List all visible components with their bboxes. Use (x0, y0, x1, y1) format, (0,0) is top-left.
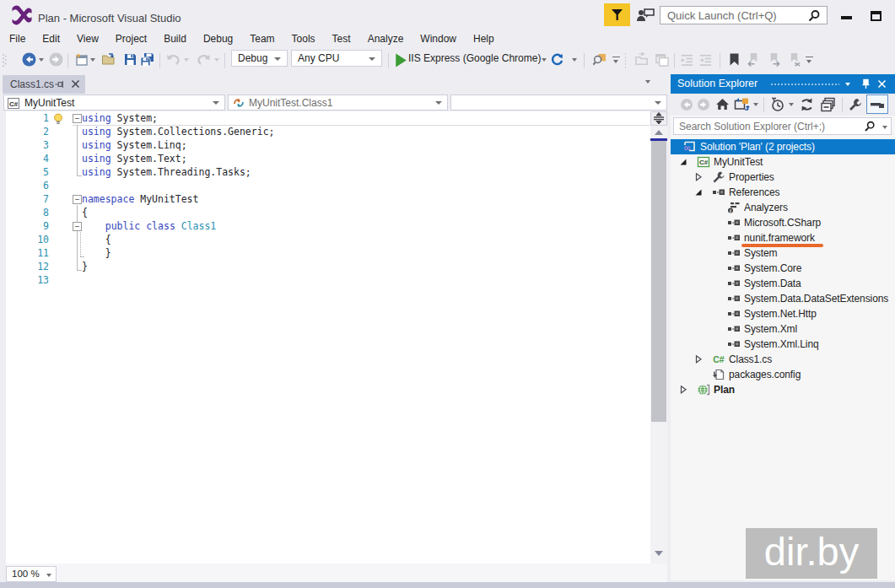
search-options-dropdown[interactable] (882, 126, 887, 129)
scroll-down-arrow[interactable] (655, 551, 663, 556)
menu-item-debug[interactable]: Debug (195, 30, 241, 48)
new-project-dropdown[interactable] (90, 58, 95, 62)
start-debugging-icon[interactable] (394, 53, 408, 67)
toggle-bookmark-icon[interactable] (727, 52, 741, 67)
search-icon[interactable] (864, 121, 876, 132)
line-number: 7 (25, 192, 49, 206)
expander-collapsed-icon[interactable] (694, 355, 703, 364)
tree-item-system-data-datasetextensions[interactable]: System.Data.DataSetExtensions (671, 291, 895, 306)
tree-item-packages-config[interactable]: packages.config (671, 367, 895, 382)
scrollbar-thumb[interactable] (651, 141, 666, 422)
switch-views-icon[interactable] (734, 97, 750, 112)
navigate-forward-icon[interactable] (49, 52, 63, 67)
collapse-region-1[interactable]: − (73, 114, 82, 123)
tree-item-properties[interactable]: Properties (671, 170, 895, 185)
toolbar-overflow-icon[interactable] (806, 60, 811, 63)
pending-changes-filter-icon[interactable] (770, 97, 785, 112)
tree-item-myunittest[interactable]: C#MyUnitTest (671, 154, 895, 170)
document-tab-class1[interactable]: Class1.cs (3, 75, 85, 94)
solution-explorer-search-input[interactable]: Search Solution Explorer (Ctrl+;) (673, 117, 892, 135)
solution-platform-dropdown[interactable]: Any CPU (291, 50, 382, 67)
filter-dropdown[interactable] (789, 103, 794, 106)
pin-panel-icon[interactable] (860, 78, 871, 89)
scroll-up-arrow[interactable] (655, 130, 663, 135)
tree-item-system[interactable]: System (671, 245, 895, 261)
menu-item-build[interactable]: Build (155, 30, 195, 48)
menu-item-analyze[interactable]: Analyze (359, 30, 412, 48)
tree-item-references[interactable]: References (671, 185, 895, 200)
tree-item-class1-cs[interactable]: C#Class1.cs (671, 352, 895, 367)
lightbulb-icon[interactable] (52, 113, 64, 125)
tree-item-system-core[interactable]: System.Core (671, 261, 895, 276)
quick-launch-input[interactable]: Quick Launch (Ctrl+Q) (660, 6, 828, 24)
home-icon[interactable] (715, 97, 730, 111)
document-list-dropdown[interactable] (645, 80, 650, 84)
solution-configuration-dropdown[interactable]: Debug (231, 50, 288, 67)
switch-views-dropdown[interactable] (753, 103, 758, 106)
collapse-region-9[interactable]: − (73, 222, 82, 231)
type-dropdown[interactable]: MyUnitTest.Class1 (228, 94, 448, 111)
menu-item-file[interactable]: File (1, 30, 34, 48)
expander-collapsed-icon[interactable] (694, 173, 703, 181)
run-target-dropdown[interactable] (542, 58, 547, 62)
menu-item-edit[interactable]: Edit (34, 30, 68, 48)
navigate-backward-icon[interactable] (22, 52, 36, 67)
editor-vertical-scrollbar[interactable] (650, 111, 667, 564)
menu-item-test[interactable]: Test (324, 30, 359, 48)
region-line-7-12[interactable] (77, 205, 78, 270)
tree-item-plan[interactable]: Plan (671, 382, 895, 397)
region-line-9-11[interactable] (80, 232, 81, 256)
notifications-flag-icon[interactable] (604, 3, 630, 26)
maximize-button[interactable] (863, 3, 888, 25)
toolbar-overflow-icon[interactable] (613, 60, 618, 63)
zoom-level-dropdown[interactable]: 100 % (6, 566, 57, 582)
save-all-icon[interactable] (140, 52, 154, 67)
minimize-button[interactable] (833, 3, 859, 25)
region-tick-12[interactable] (77, 270, 82, 271)
sync-with-active-document-icon[interactable] (799, 97, 815, 112)
navigate-backward-dropdown[interactable] (39, 58, 44, 62)
menu-item-help[interactable]: Help (465, 30, 503, 48)
properties-icon[interactable] (848, 97, 863, 112)
menu-item-window[interactable]: Window (412, 30, 465, 48)
open-file-icon[interactable] (101, 52, 116, 67)
menu-item-tools[interactable]: Tools (283, 30, 324, 48)
collapse-region-7[interactable]: − (73, 195, 82, 204)
pin-tab-icon[interactable] (55, 79, 65, 89)
collapse-all-icon[interactable] (821, 97, 836, 112)
code-editor[interactable]: 12345678910111213 using System;using Sys… (6, 111, 667, 564)
menu-item-view[interactable]: View (68, 30, 107, 48)
solution-explorer-header[interactable]: Solution Explorer (671, 74, 895, 94)
refresh-icon[interactable] (550, 52, 564, 67)
expander-collapsed-icon[interactable] (679, 386, 687, 394)
preview-selected-items-toggle[interactable] (866, 94, 888, 114)
window-bottom-edge (0, 582, 895, 588)
save-icon[interactable] (123, 52, 137, 67)
tree-item-solution-plan-2-projects-[interactable]: ∞Solution 'Plan' (2 projects) (671, 139, 895, 154)
close-tab-icon[interactable] (71, 79, 80, 89)
tree-item-analyzers[interactable]: iAnalyzers (671, 200, 895, 215)
tree-item-system-net-http[interactable]: System.Net.Http (671, 306, 895, 321)
tree-item-system-data[interactable]: System.Data (671, 276, 895, 291)
tree-item-microsoft-csharp[interactable]: Microsoft.CSharp (671, 215, 895, 230)
close-panel-icon[interactable] (877, 79, 887, 89)
editor-split-handle[interactable] (650, 111, 667, 126)
chevron-down-icon (274, 57, 281, 61)
expander-expanded-icon[interactable] (694, 188, 703, 197)
run-target-label[interactable]: IIS Express (Google Chrome) (408, 52, 541, 64)
navigate-to-icon[interactable] (592, 52, 607, 67)
menu-item-team[interactable]: Team (241, 30, 283, 48)
new-project-icon[interactable] (74, 52, 89, 67)
send-feedback-icon[interactable] (635, 7, 655, 24)
menu-item-project[interactable]: Project (107, 30, 155, 48)
region-tick-5[interactable] (77, 175, 82, 176)
window-position-dropdown[interactable] (845, 83, 850, 86)
member-dropdown[interactable] (450, 94, 667, 111)
refresh-dropdown[interactable] (572, 58, 577, 62)
tree-item-system-xml-linq[interactable]: System.Xml.Linq (671, 337, 895, 352)
expander-expanded-icon[interactable] (679, 158, 687, 166)
region-tick-11[interactable] (80, 256, 84, 257)
project-dropdown[interactable]: C# MyUnitTest (3, 94, 225, 111)
region-line-1-5[interactable] (77, 125, 78, 175)
tree-item-system-xml[interactable]: System.Xml (671, 321, 895, 337)
